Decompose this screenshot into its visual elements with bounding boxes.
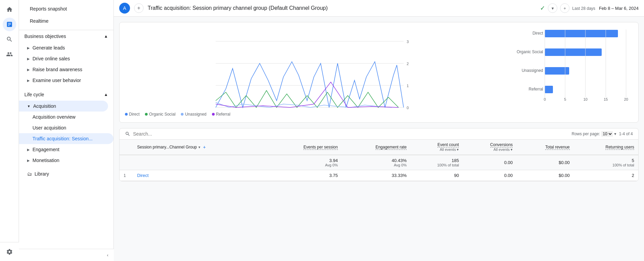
row-1-num: 1: [120, 170, 133, 181]
svg-text:3: 3: [407, 40, 409, 44]
business-objectives-section: Business objectives ▲ ▶ Generate leads ▶…: [19, 30, 113, 86]
svg-text:0: 0: [407, 106, 409, 109]
add-report-button[interactable]: +: [134, 3, 144, 13]
svg-text:20: 20: [624, 97, 628, 101]
sidebar-item-raise-brand-awareness[interactable]: ▶ Raise brand awareness: [19, 64, 113, 75]
date-info: Last 28 days Feb 8 – Mar 6, 2024: [572, 6, 639, 11]
home-icon[interactable]: [3, 3, 16, 16]
event-count-dropdown-icon[interactable]: ▾: [457, 147, 459, 152]
table-header-row: Session primary...Channel Group ▾ + Even…: [120, 140, 638, 155]
legend-unassigned: Unassigned: [181, 112, 206, 117]
engagement-arrow-icon: ▶: [27, 148, 30, 152]
sidebar-item-generate-leads[interactable]: ▶ Generate leads: [19, 42, 113, 53]
table-toolbar: Rows per page: 10 25 50 ▾ 1-4 of 4: [120, 128, 638, 140]
returning-users-header: Returning users: [574, 140, 638, 155]
search-box: [125, 131, 566, 137]
monetisation-arrow-icon: ▶: [27, 159, 30, 162]
total-revenue-header: Total revenue: [517, 140, 574, 155]
collapse-arrow-icon: ‹: [107, 253, 108, 258]
svg-text:0: 0: [544, 97, 546, 101]
dropdown-button[interactable]: ▾: [548, 3, 557, 13]
legend-dot-direct: [125, 113, 128, 116]
svg-rect-19: [545, 48, 602, 56]
rows-per-page: Rows per page: 10 25 50 ▾: [572, 131, 616, 137]
legend-dot-unassigned: [181, 113, 184, 116]
dimension-dropdown-icon[interactable]: ▾: [198, 145, 200, 149]
reports-icon[interactable]: [3, 18, 16, 31]
check-icon: ✓: [540, 4, 545, 12]
search-input[interactable]: [133, 131, 201, 137]
svg-text:Referral: Referral: [529, 87, 543, 92]
row-1-engagement-rate: 33.33%: [342, 170, 411, 181]
pagination-info: 1-4 of 4: [619, 132, 633, 136]
legend-direct: Direct: [125, 112, 139, 117]
svg-text:Direct: Direct: [533, 31, 543, 36]
sidebar-sub-item-user-acquisition[interactable]: User acquisition: [19, 122, 113, 133]
add-comparison-button[interactable]: +: [560, 3, 570, 13]
chart-legend: Direct Organic Social Unassigned Referra…: [125, 112, 496, 117]
search-icon[interactable]: [3, 33, 16, 46]
admin-gear-icon[interactable]: [0, 242, 19, 261]
drive-online-sales-arrow-icon: ▶: [27, 57, 30, 61]
engagement-rate-header: Engagement rate: [342, 140, 411, 155]
avatar[interactable]: A: [119, 3, 130, 14]
conversions-dropdown-icon[interactable]: ▾: [511, 147, 513, 152]
total-event-count: 185 100% of total: [411, 155, 463, 170]
lifecycle-section: Life cycle ▲ ▼ Acquisition Acquisition o…: [19, 88, 113, 179]
svg-text:1: 1: [407, 84, 409, 88]
search-icon: [125, 131, 130, 137]
sidebar-item-reports-snapshot[interactable]: Reports snapshot: [24, 3, 108, 15]
main-content: A + Traffic acquisition: Session primary…: [114, 0, 644, 261]
business-objectives-header[interactable]: Business objectives ▲: [19, 30, 113, 42]
row-1-label[interactable]: Direct: [133, 170, 267, 181]
sidebar-item-acquisition[interactable]: ▼ Acquisition: [19, 101, 108, 112]
table-container: Rows per page: 10 25 50 ▾ 1-4 of 4: [119, 128, 639, 181]
library-icon: 🗂: [27, 171, 32, 177]
bar-chart-svg: Direct Organic Social Unassigned Referra…: [504, 28, 633, 116]
dropdown-arrow-icon: ▾: [614, 132, 616, 136]
generate-leads-arrow-icon: ▶: [27, 46, 30, 50]
business-objectives-chevron-icon: ▲: [104, 34, 108, 39]
sidebar-item-drive-online-sales[interactable]: ▶ Drive online sales: [19, 53, 113, 64]
row-1-event-count: 90: [411, 170, 463, 181]
svg-rect-21: [545, 86, 553, 93]
svg-text:5: 5: [564, 97, 566, 101]
sidebar-item-examine-user-behavior[interactable]: ▶ Examine user behavior: [19, 75, 113, 86]
svg-text:Unassigned: Unassigned: [522, 68, 543, 73]
page-title: Traffic acquisition: Session primary cha…: [148, 5, 536, 11]
total-events-per-session: 3.94 Avg 0%: [267, 155, 342, 170]
sidebar-item-realtime[interactable]: Realtime: [24, 15, 108, 27]
row-1-returning-users: 2: [574, 170, 638, 181]
sidebar: Reports snapshot Realtime Business objec…: [19, 0, 114, 261]
total-conversions: 0.00: [463, 155, 517, 170]
sidebar-top: Reports snapshot Realtime: [19, 0, 113, 30]
acquisition-arrow-icon: ▼: [27, 104, 30, 108]
lifecycle-header[interactable]: Life cycle ▲: [19, 88, 113, 101]
table-pagination: Rows per page: 10 25 50 ▾ 1-4 of 4: [572, 131, 633, 137]
row-1-total-revenue: $0.00: [517, 170, 574, 181]
lifecycle-chevron-icon: ▲: [104, 92, 108, 97]
conversions-header: Conversions All events ▾: [463, 140, 517, 155]
sidebar-sub-item-traffic-acquisition[interactable]: Traffic acquisition: Session...: [19, 133, 113, 144]
audience-icon[interactable]: [3, 47, 16, 61]
dimension-column-header[interactable]: Session primary...Channel Group ▾ +: [133, 140, 267, 155]
sidebar-sub-item-acquisition-overview[interactable]: Acquisition overview: [19, 112, 113, 122]
event-count-header: Event count All events ▾: [411, 140, 463, 155]
sidebar-item-engagement[interactable]: ▶ Engagement: [19, 144, 113, 155]
total-engagement-rate: 40.43% Avg 0%: [342, 155, 411, 170]
add-dimension-button[interactable]: +: [203, 144, 206, 150]
line-chart-svg: 0 1 2 3: [125, 28, 496, 109]
raise-brand-awareness-arrow-icon: ▶: [27, 68, 30, 72]
chart-container: 0 1 2 3: [119, 22, 639, 123]
row-1-events-per-session: 3.75: [267, 170, 342, 181]
sidebar-collapse-button[interactable]: ‹: [19, 249, 114, 261]
svg-text:Organic Social: Organic Social: [517, 49, 543, 54]
bar-chart-area: Direct Organic Social Unassigned Referra…: [504, 28, 633, 117]
icon-bar: [0, 0, 19, 261]
legend-dot-referral: [212, 113, 215, 116]
data-table: Session primary...Channel Group ▾ + Even…: [120, 140, 638, 181]
svg-text:2: 2: [407, 62, 409, 66]
sidebar-item-monetisation[interactable]: ▶ Monetisation: [19, 155, 113, 166]
sidebar-item-library[interactable]: 🗂 Library: [19, 168, 113, 179]
rows-per-page-select[interactable]: 10 25 50: [601, 131, 613, 137]
